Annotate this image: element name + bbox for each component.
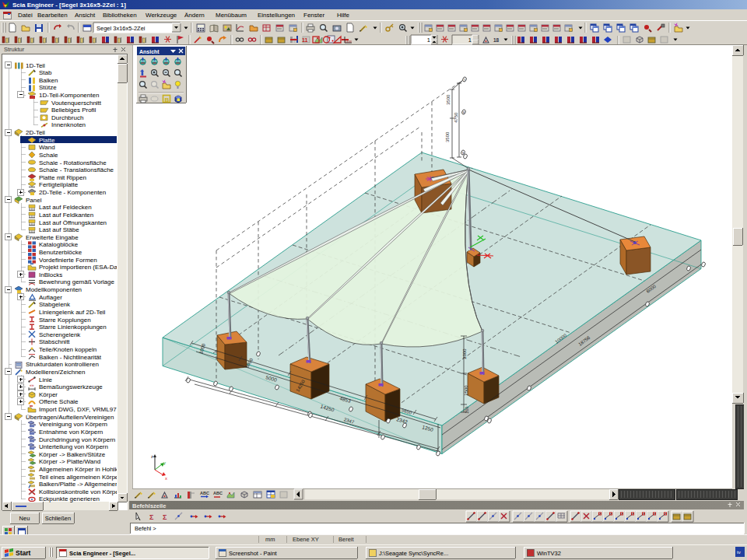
svg-text:Modellieren/Zeichnen: Modellieren/Zeichnen [26,369,86,376]
svg-text:Last auf Stäbe: Last auf Stäbe [39,226,79,233]
svg-text:Körper -> Platte/Wand: Körper -> Platte/Wand [39,458,100,465]
svg-text:Start: Start [16,549,31,557]
svg-text:Körper -> Balken/Stütze: Körper -> Balken/Stütze [39,451,106,458]
svg-text:Projekt importieren (ESA-Datei: Projekt importieren (ESA-Datei) [39,264,126,271]
svg-text:y: y [163,460,166,465]
svg-text:Vereinigung von Körpern: Vereinigung von Körpern [39,421,107,428]
svg-text:200: 200 [465,406,469,413]
svg-text:Innenknoten: Innenknoten [51,121,86,128]
svg-text:2500: 2500 [464,385,468,396]
svg-text:Σ: Σ [163,513,167,521]
svg-text:Fenster: Fenster [303,12,324,19]
svg-text:11: 11 [302,37,308,43]
svg-text:Teile/Knoten koppeln: Teile/Knoten koppeln [39,346,96,353]
svg-text:Last auf Feldecken: Last auf Feldecken [39,204,92,211]
svg-text:Platte mit Rippen: Platte mit Rippen [39,174,86,181]
svg-text:x: x [165,476,167,481]
svg-text:Werkzeuge: Werkzeuge [146,12,177,19]
svg-text:Neu: Neu [19,515,30,522]
svg-text:Schale - Rotationsfläche: Schale - Rotationsfläche [39,159,107,166]
svg-text:InBlocks: InBlocks [39,271,62,278]
svg-text:tv: tv [737,550,741,555]
svg-text:Erweiterte Eingabe: Erweiterte Eingabe [26,234,79,241]
svg-text:Körper: Körper [39,391,58,398]
svg-text:Ansicht: Ansicht [139,49,160,54]
svg-text:Bewehrung gemäß Vorlage: Bewehrung gemäß Vorlage [39,278,115,285]
svg-text:Befehlszeile: Befehlszeile [132,502,166,509]
svg-text:Bearbeiten: Bearbeiten [37,12,68,19]
svg-text:ABC: ABC [200,491,209,495]
svg-text:Benutzerblöcke: Benutzerblöcke [39,249,82,256]
svg-text:Vordefinierte Formen: Vordefinierte Formen [39,257,97,264]
svg-text:Struktur: Struktur [4,46,25,53]
svg-text:Voutenquerschnitt: Voutenquerschnitt [51,100,102,107]
svg-text:Hilfe: Hilfe [337,12,350,19]
svg-text:3500: 3500 [445,131,450,142]
svg-text:Balken: Balken [39,77,58,84]
svg-text:Starre Kopplungen: Starre Kopplungen [39,317,91,324]
svg-text:Scia Engineer - [Segel...: Scia Engineer - [Segel... [69,550,135,557]
svg-text:Ändern: Ändern [184,12,205,19]
svg-text:Übertragen/Aufteilen/Vereinige: Übertragen/Aufteilen/Vereinigen [26,414,114,421]
svg-text:Σ: Σ [149,513,154,521]
svg-text:Modellkomponenten: Modellkomponenten [26,286,82,293]
svg-text:Stabgelenk: Stabgelenk [39,301,71,308]
svg-text:Befehl >: Befehl > [135,525,156,532]
svg-text:Panel: Panel [26,197,42,204]
svg-text:1: 1 [468,37,472,44]
svg-text:2D-Teile - Komponenten: 2D-Teile - Komponenten [39,189,106,196]
svg-text:Auflager: Auflager [39,294,62,301]
svg-text:Stab: Stab [39,69,52,76]
svg-text:B: B [165,96,170,103]
svg-text:Durchdringung von Körpern: Durchdringung von Körpern [39,436,115,443]
svg-text:Schließen: Schließen [45,515,71,522]
svg-text:3500: 3500 [446,94,451,105]
svg-text:Bemaßungswerkzeuge: Bemaßungswerkzeuge [39,383,103,390]
svg-text:Segel 3x16x5-2Zei: Segel 3x16x5-2Zei [96,25,146,32]
svg-text:Stütze: Stütze [39,84,57,91]
svg-text:Menübaum: Menübaum [216,12,247,19]
svg-text:Balken - Nichtlinearität: Balken - Nichtlinearität [39,354,102,361]
svg-text:Wand: Wand [39,144,55,151]
svg-text:Durchbruch: Durchbruch [51,114,83,121]
svg-text:Scia Engineer - [Segel 3x16x5-: Scia Engineer - [Segel 3x16x5-2Zei : 1] [12,2,126,9]
svg-text:Unterteilung von Körpern: Unterteilung von Körpern [39,443,108,450]
svg-text:J:\Seagate Sync\SyncRe...: J:\Seagate Sync\SyncRe... [379,550,448,557]
svg-text:Platte: Platte [39,137,55,144]
svg-text:Einstellungen: Einstellungen [258,12,295,19]
svg-text:WinTV32: WinTV32 [537,550,561,557]
svg-text:Scherengelenk: Scherengelenk [39,331,81,338]
svg-text:Bereit: Bereit [338,536,355,543]
svg-text:2D-Teil: 2D-Teil [26,129,45,136]
svg-text:Ansicht: Ansicht [75,12,96,19]
svg-text:Ebene XY: Ebene XY [293,536,319,543]
svg-text:Liniengelenk auf 2D-Teil: Liniengelenk auf 2D-Teil [39,309,106,316]
svg-text:Bibliotheken: Bibliotheken [103,12,137,19]
svg-text:Datei: Datei [18,12,33,19]
svg-text:Screenshot - Paint: Screenshot - Paint [229,550,278,557]
svg-text:Stabschnitt: Stabschnitt [39,338,70,345]
svg-text:Fertigteilplatte: Fertigteilplatte [39,181,79,188]
svg-text:Katalogblöcke: Katalogblöcke [39,241,79,248]
svg-text:18: 18 [493,37,500,43]
svg-text:Last auf Öffnungskanten: Last auf Öffnungskanten [39,219,107,226]
svg-text:Entnahme von Körpern: Entnahme von Körpern [39,429,103,436]
svg-text:4750: 4750 [454,112,458,123]
svg-text:1: 1 [427,37,430,44]
svg-text:Starre Linienkopplungen: Starre Linienkopplungen [39,324,107,331]
svg-text:Kollisionskontrolle von Körper: Kollisionskontrolle von Körpern [39,488,124,495]
svg-text:Eckpunkte generieren: Eckpunkte generieren [39,495,100,502]
svg-text:z: z [151,454,153,459]
svg-text:Linie: Linie [39,376,52,383]
svg-text:Import DWG, DXF, VRML97: Import DWG, DXF, VRML97 [39,406,117,413]
svg-text:2000: 2000 [462,348,467,359]
svg-text:Beliebiges Profil: Beliebiges Profil [51,107,96,114]
svg-text:Last auf Feldkanten: Last auf Feldkanten [39,212,93,219]
svg-text:Strukturdaten kontrollieren: Strukturdaten kontrollieren [26,361,99,368]
svg-text:ABC: ABC [213,491,223,495]
svg-text:«»: «» [30,383,34,387]
svg-text:mm: mm [265,536,275,543]
svg-text:1D-Teil-Komponenten: 1D-Teil-Komponenten [39,92,99,99]
svg-text:Schale - Translationsfläche: Schale - Translationsfläche [39,166,114,173]
svg-text:Offene Schale: Offene Schale [39,398,79,405]
